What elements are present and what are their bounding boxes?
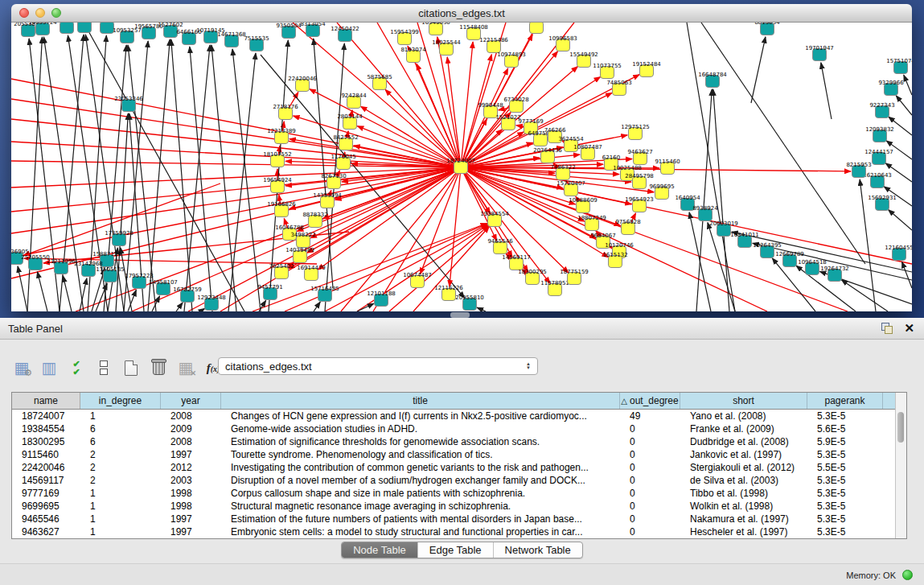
network-node[interactable]: 12093832 — [865, 126, 894, 142]
tab-edge-table[interactable]: Edge Table — [417, 542, 493, 558]
network-node[interactable]: 12215486 — [479, 37, 508, 53]
close-panel-icon[interactable]: ✕ — [904, 323, 914, 334]
network-node[interactable]: 16914479 — [297, 265, 326, 281]
cell-year: 1998 — [161, 487, 221, 500]
network-node[interactable]: 12160455 — [885, 245, 912, 261]
node-label: 8813054 — [754, 23, 780, 26]
cell-year: 1998 — [161, 500, 221, 513]
network-node[interactable]: 16210643 — [863, 172, 892, 188]
network-node[interactable]: 14671368 — [217, 31, 246, 47]
network-edge — [450, 167, 461, 286]
table-row[interactable]: 946554611997Estimation of the future num… — [12, 513, 906, 525]
column-header-short[interactable]: short — [680, 393, 807, 409]
table-row[interactable]: 1938455462009Genome-wide association stu… — [12, 422, 906, 435]
column-header-name[interactable]: name — [12, 393, 80, 409]
tab-network-table[interactable]: Network Table — [493, 542, 582, 558]
network-node[interactable]: 1521022 — [495, 114, 520, 130]
select-all-icon[interactable]: ✔✔ — [66, 357, 87, 378]
show-columns-icon[interactable]: ▥ — [39, 357, 60, 378]
network-node[interactable]: 12975125 — [621, 124, 650, 140]
column-header-pagerank[interactable]: pagerank — [807, 393, 883, 409]
network-node[interactable]: 18807249 — [577, 215, 606, 231]
network-node[interactable]: 9329966 — [878, 80, 904, 96]
table-mode-icon[interactable]: ▦⚙ — [11, 357, 32, 378]
network-node[interactable]: 9350504 — [276, 23, 302, 39]
network-node[interactable]: 16648784 — [698, 72, 727, 88]
network-node[interactable]: 9457791 — [257, 284, 282, 300]
network-node[interactable]: 8813054 — [754, 23, 780, 35]
network-node[interactable]: 14353594 — [313, 192, 342, 208]
clear-selection-icon[interactable] — [93, 357, 114, 378]
table-row[interactable]: 1872400712008Changes of HCN gene express… — [12, 410, 906, 422]
column-header-in_degree[interactable]: in_degree — [80, 393, 161, 409]
network-node[interactable]: 21211996 — [47, 258, 76, 274]
table-scrollbar[interactable] — [895, 393, 906, 538]
tab-node-table[interactable]: Node Table — [342, 542, 417, 558]
network-node[interactable]: 22420046 — [288, 76, 317, 92]
column-header-year[interactable]: year — [161, 393, 221, 409]
network-node[interactable]: 12101188 — [367, 290, 396, 307]
float-panel-icon[interactable] — [881, 323, 893, 334]
network-node[interactable]: 8313054 — [300, 23, 326, 37]
table-row[interactable]: 946362711997Embryonic stem cells: a mode… — [12, 525, 906, 538]
network-node[interactable]: 11073755 — [593, 63, 622, 79]
network-node[interactable]: 8938924 — [692, 205, 718, 221]
network-node[interactable]: 9242844 — [341, 93, 367, 109]
network-node[interactable]: 2718176 — [273, 104, 298, 120]
network-node[interactable]: 9115460 — [655, 159, 680, 175]
network-node[interactable]: 7485063 — [606, 80, 631, 96]
table-select[interactable]: citations_edges.txt ▲▼ — [218, 357, 538, 375]
table-row[interactable]: 1456911722003Disruption of a novel membe… — [12, 474, 906, 487]
network-node[interactable]: 15716485 — [310, 286, 339, 302]
delete-rows-icon[interactable] — [148, 357, 169, 378]
network-node[interactable]: 15954399 — [390, 29, 419, 45]
delete-table-icon[interactable]: ▦✕ — [175, 357, 196, 378]
node-label: 19152484 — [632, 61, 661, 68]
column-header-out_degree[interactable]: △out_degree — [620, 393, 680, 409]
network-node[interactable]: 15751074 — [886, 58, 912, 74]
table-row[interactable]: 2242004622012Investigating the contribut… — [12, 461, 906, 474]
network-node[interactable]: 14569117 — [502, 254, 531, 270]
node-label: 15692931 — [868, 195, 897, 201]
network-node[interactable]: 16949030 — [421, 23, 450, 35]
node-label: 23053346 — [114, 96, 143, 102]
network-edge — [176, 303, 183, 311]
network-node[interactable]: 12450422 — [331, 26, 359, 42]
table-row[interactable]: 969969511998Structural magnetic resonanc… — [12, 500, 906, 513]
network-node[interactable]: 6734028 — [503, 97, 528, 113]
table-row[interactable]: 977716911998Corpus callosum shape and si… — [12, 487, 906, 500]
column-header-title[interactable]: title — [221, 393, 620, 409]
network-node[interactable]: 10807487 — [573, 144, 602, 160]
network-node[interactable]: 1615132 — [602, 252, 627, 268]
network-node[interactable]: 9227343 — [869, 102, 894, 118]
table-row[interactable]: 911546021997Tourette syndrome. Phenomeno… — [12, 448, 906, 461]
network-node[interactable]: 19152484 — [632, 61, 661, 77]
network-node[interactable]: 18554944 — [522, 23, 551, 34]
network-node[interactable]: 10974893 — [497, 51, 526, 68]
cell-name: 9463627 — [12, 525, 80, 538]
network-node[interactable]: 10996583 — [548, 35, 577, 51]
table-scrollbar-thumb[interactable] — [897, 412, 904, 443]
network-node[interactable]: 19701947 — [805, 45, 834, 61]
network-canvas[interactable]: 2055381914055724183163042069140616055733… — [11, 23, 912, 311]
network-node[interactable]: 7515535 — [244, 35, 269, 51]
network-node[interactable]: 7625402 — [269, 263, 294, 279]
window-titlebar[interactable]: citations_edges.txt — [11, 4, 912, 23]
panel-divider-handle[interactable] — [450, 312, 470, 318]
network-node[interactable]: 12923448 — [197, 295, 226, 311]
network-node[interactable]: 14039489 — [285, 247, 314, 263]
network-node[interactable]: 9463627 — [627, 149, 652, 165]
table-row[interactable]: 1830029562008Estimation of significance … — [12, 435, 906, 448]
network-node[interactable]: 11078951 — [540, 280, 569, 296]
network-node[interactable]: 25205550 — [21, 254, 50, 270]
network-node[interactable]: 10688609 — [569, 197, 598, 213]
network-node[interactable]: 20955810 — [455, 295, 484, 311]
network-node[interactable]: 13505135 — [96, 266, 125, 282]
network-node[interactable]: 18025544 — [432, 39, 461, 56]
network-node[interactable]: 20364436 — [533, 147, 562, 163]
network-node[interactable]: 10674487 — [403, 272, 432, 288]
network-node[interactable]: 8193074 — [400, 47, 426, 63]
new-table-icon[interactable] — [121, 357, 142, 378]
cell-year: 1997 — [161, 513, 221, 525]
network-node[interactable]: 15692931 — [868, 195, 897, 211]
